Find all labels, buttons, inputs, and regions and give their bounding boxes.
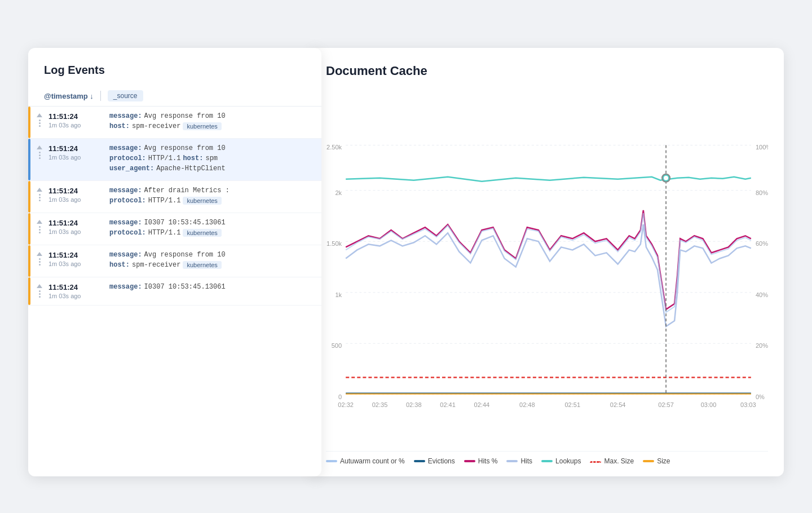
y-right-label: 40% <box>756 291 768 298</box>
autuwarm-line <box>346 213 751 312</box>
expand-icon[interactable] <box>37 220 42 224</box>
legend-label: Hits % <box>478 457 498 465</box>
more-icon[interactable] <box>39 290 41 298</box>
chart-area: 0 500 1k 1.50k 2k 2.50k 0% 20% 40% 60% 8… <box>326 83 768 445</box>
legend-item-size: Size <box>643 457 670 465</box>
expand-icon[interactable] <box>37 113 42 117</box>
row-content: message: After drain Metrics : protocol:… <box>109 187 306 207</box>
y-label: 1k <box>335 291 342 298</box>
legend-item-autuwarm: Autuwarm count or % <box>326 457 405 465</box>
row-indicator <box>28 277 30 305</box>
y-right-label: 20% <box>756 342 768 349</box>
legend-item-hits: Hits <box>506 457 532 465</box>
expand-icon[interactable] <box>37 188 42 192</box>
table-row[interactable]: 11:51:24 1m 03s ago message: Avg respons… <box>28 139 321 181</box>
row-controls[interactable] <box>35 251 44 266</box>
x-label: 02:54 <box>610 401 626 408</box>
x-label: 02:38 <box>406 401 422 408</box>
x-label: 02:41 <box>440 401 456 408</box>
y-right-label: 60% <box>756 240 768 247</box>
y-label: 500 <box>332 342 342 349</box>
row-time: 11:51:24 1m 03s ago <box>48 112 105 129</box>
lookups-line <box>346 177 751 182</box>
log-panel-title: Log Events <box>28 64 321 86</box>
legend-color-size <box>643 460 654 462</box>
legend-color-max-size <box>590 461 601 463</box>
tooltip-dot-inner <box>664 176 668 180</box>
x-label: 02:51 <box>564 401 580 408</box>
y-label: 2k <box>335 189 342 196</box>
expand-icon[interactable] <box>37 284 42 288</box>
legend-item-lookups: Lookups <box>541 457 581 465</box>
legend-label: Evictions <box>428 457 455 465</box>
row-content: message: Avg response from 10 protocol: … <box>109 144 306 175</box>
table-row[interactable]: 11:51:24 1m 03s ago message: I0307 10:53… <box>28 277 321 306</box>
row-controls[interactable] <box>35 144 44 159</box>
row-content: message: I0307 10:53:45.13061 protocol: … <box>109 219 306 239</box>
y-right-label: 100% <box>756 144 768 151</box>
row-time: 11:51:24 1m 03s ago <box>48 283 105 299</box>
y-label: 1.50k <box>326 240 342 247</box>
table-row[interactable]: 11:51:24 1m 03s ago message: I0307 10:53… <box>28 213 321 245</box>
table-row[interactable]: 11:51:24 1m 03s ago message: Avg respons… <box>28 107 321 139</box>
row-content: message: Avg response from 10 host: spm-… <box>109 251 306 271</box>
legend-color-lookups <box>541 460 553 462</box>
more-icon[interactable] <box>39 226 41 233</box>
x-label: 02:48 <box>519 401 535 408</box>
row-indicator <box>28 107 30 138</box>
log-events-panel: Log Events @timestamp ↓ _source 11:51:24… <box>28 48 321 476</box>
row-indicator <box>28 181 30 213</box>
legend-item-hits-pct: Hits % <box>464 457 498 465</box>
row-time: 11:51:24 1m 03s ago <box>48 144 105 161</box>
source-header[interactable]: _source <box>108 90 143 101</box>
legend-item-evictions: Evictions <box>414 457 455 465</box>
more-icon[interactable] <box>39 120 41 127</box>
chart-title: Document Cache <box>326 64 768 78</box>
row-controls[interactable] <box>35 187 44 201</box>
row-indicator <box>28 245 30 277</box>
y-label: 2.50k <box>326 144 342 151</box>
row-controls[interactable] <box>35 219 44 233</box>
row-indicator <box>28 213 30 245</box>
y-label: 0 <box>338 393 342 400</box>
row-controls[interactable] <box>35 112 44 127</box>
x-label: 02:44 <box>474 401 490 408</box>
log-header: @timestamp ↓ _source <box>28 86 321 107</box>
legend-item-max-size: Max. Size <box>590 457 634 465</box>
header-divider <box>100 91 101 101</box>
chart-svg: 0 500 1k 1.50k 2k 2.50k 0% 20% 40% 60% 8… <box>326 83 768 445</box>
expand-icon[interactable] <box>37 145 42 149</box>
legend-label: Max. Size <box>604 457 634 465</box>
more-icon[interactable] <box>39 152 41 159</box>
x-label: 03:03 <box>740 401 756 408</box>
more-icon[interactable] <box>39 194 41 201</box>
more-icon[interactable] <box>39 258 41 266</box>
table-row[interactable]: 11:51:24 1m 03s ago message: After drain… <box>28 181 321 213</box>
chart-panel: Document Cache 0 500 1k 1.50k 2k 2.50k 0… <box>310 48 784 476</box>
legend-color-hits <box>506 460 518 462</box>
log-rows: 11:51:24 1m 03s ago message: Avg respons… <box>28 107 321 306</box>
expand-icon[interactable] <box>37 252 42 256</box>
x-label: 02:57 <box>658 401 674 408</box>
x-label: 03:00 <box>701 401 717 408</box>
row-time: 11:51:24 1m 03s ago <box>48 219 105 235</box>
legend-label: Hits <box>520 457 532 465</box>
legend-color-hits-pct <box>464 460 475 462</box>
y-right-label: 0% <box>756 393 765 400</box>
row-controls[interactable] <box>35 283 44 298</box>
legend-color-evictions <box>414 460 425 462</box>
timestamp-header[interactable]: @timestamp ↓ <box>44 92 94 100</box>
table-row[interactable]: 11:51:24 1m 03s ago message: Avg respons… <box>28 245 321 277</box>
legend-color-autuwarm <box>326 460 337 462</box>
legend-label: Lookups <box>555 457 581 465</box>
x-label: 02:32 <box>338 401 354 408</box>
row-indicator <box>28 139 30 180</box>
row-time: 11:51:24 1m 03s ago <box>48 251 105 267</box>
y-right-label: 80% <box>756 189 768 196</box>
row-time: 11:51:24 1m 03s ago <box>48 187 105 203</box>
chart-legend: Autuwarm count or % Evictions Hits % Hit… <box>326 451 768 465</box>
legend-label: Autuwarm count or % <box>340 457 405 465</box>
legend-label: Size <box>657 457 670 465</box>
row-content: message: I0307 10:53:45.13061 <box>109 283 306 293</box>
x-label: 02:35 <box>372 401 388 408</box>
